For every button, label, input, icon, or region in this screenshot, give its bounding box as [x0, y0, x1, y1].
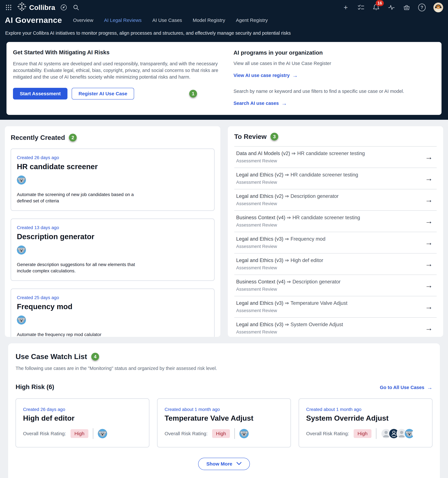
review-row[interactable]: Legal and Ethics (v2)⇒HR candidate scree… [234, 168, 437, 189]
tab-bar: Overview AI Legal Reviews AI Use Cases M… [73, 18, 268, 25]
review-subtitle: Assessment Review [236, 287, 277, 292]
page-title: AI Governance [5, 16, 62, 25]
risk-rating-label: Overall Risk Rating: [306, 431, 349, 436]
to-review-list: Data and AI Models (v2)⇒HR candidate scr… [234, 146, 437, 337]
review-row[interactable]: Legal and Ethics (v2)⇒Description genera… [234, 189, 437, 211]
hero-card: Get Started With Mitigating AI Risks Ens… [6, 42, 442, 115]
search-icon[interactable] [72, 4, 80, 11]
review-row[interactable]: Data and AI Models (v2)⇒HR candidate scr… [234, 146, 437, 168]
start-assessment-button[interactable]: Start Assessment [13, 88, 67, 100]
koala-avatar-icon [98, 429, 107, 438]
koala-avatar-icon [17, 176, 208, 185]
marketplace-basket-icon[interactable] [403, 4, 410, 11]
add-icon[interactable]: + [342, 4, 349, 11]
activity-pulse-icon[interactable] [388, 4, 395, 11]
watch-card-temperature-valve-adjust[interactable]: Created about 1 month ago Temperature Va… [157, 398, 291, 447]
review-row[interactable]: Business Context (v4)⇒Description genera… [234, 275, 437, 296]
divider [376, 428, 376, 439]
use-case-title: High def editor [23, 414, 142, 422]
review-subtitle: Assessment Review [236, 222, 277, 227]
ai-programs-line1: View all use cases in the AI Use Case Re… [233, 61, 434, 66]
review-row[interactable]: Legal and Ethics (v3)⇒High def editor As… [234, 253, 437, 275]
risk-row: Overall Risk Rating: High [23, 428, 142, 439]
double-arrow-icon: ⇒ [283, 258, 291, 263]
watch-card-system-override-adjust[interactable]: Created about 1 month ago System Overrid… [299, 398, 432, 447]
ai-governance-page: Collibra + [0, 0, 448, 478]
tab-overview[interactable]: Overview [73, 18, 93, 23]
use-case-description: Automate the frequency rep mod calulator [17, 331, 145, 337]
use-case-title: HR candidate screener [17, 162, 208, 171]
high-risk-label: High Risk (6) [16, 383, 54, 390]
recent-card-description-generator[interactable]: Created 13 days ago Description generato… [11, 219, 215, 281]
app-grid-icon[interactable] [5, 4, 12, 11]
show-more-button[interactable]: Show More [198, 458, 250, 470]
tab-ai-legal-reviews[interactable]: AI Legal Reviews [104, 18, 141, 23]
view-ai-use-case-registry-link[interactable]: View AI use case registry → [233, 72, 298, 79]
open-review-arrow-icon: → [425, 152, 435, 161]
watch-list-subtitle: The following use cases are in the "Moni… [16, 366, 432, 371]
go-to-all-use-cases-link[interactable]: Go to All Use Cases → [380, 384, 432, 391]
double-arrow-icon: ⇒ [283, 193, 291, 199]
risk-row: Overall Risk Rating: High [165, 428, 283, 439]
tasks-checklist-icon[interactable] [357, 4, 365, 11]
review-subtitle: Assessment Review [236, 180, 277, 185]
review-row[interactable]: Legal and Ethics (v3)⇒Temperature Valve … [234, 296, 437, 318]
open-review-arrow-icon: → [425, 195, 435, 204]
tab-agent-registry[interactable]: Agent Registry [236, 18, 268, 23]
use-case-title: Description generator [17, 232, 208, 241]
hero-right: AI programs in your organization View al… [233, 49, 434, 107]
review-subtitle: Assessment Review [236, 201, 277, 206]
double-arrow-icon: ⇒ [283, 322, 291, 327]
chevron-down-icon [236, 461, 242, 467]
compass-icon[interactable] [60, 4, 67, 11]
created-timestamp: Created 26 days ago [23, 407, 142, 412]
header: Collibra + [0, 0, 448, 120]
created-timestamp: Created about 1 month ago [306, 407, 425, 412]
high-risk-cards: Created 26 days ago High def editor Over… [16, 398, 432, 447]
review-row[interactable]: Legal and Ethics (v3)⇒Frequency mod Asse… [234, 232, 437, 253]
double-arrow-icon: ⇒ [283, 236, 291, 242]
review-subtitle: Assessment Review [236, 244, 277, 249]
use-case-title: System Override Adjust [306, 414, 425, 422]
recent-card-hr-candidate-screener[interactable]: Created 26 days ago HR candidate screene… [11, 149, 215, 211]
review-subtitle: Assessment Review [236, 265, 277, 270]
koala-avatar-icon [17, 245, 208, 255]
tab-model-registry[interactable]: Model Registry [193, 18, 225, 23]
open-review-arrow-icon: → [425, 324, 435, 333]
top-navigation-bar: Collibra + [0, 0, 448, 15]
created-timestamp: Created 13 days ago [17, 225, 208, 230]
notification-count-badge: 16 [376, 0, 384, 6]
recently-created-panel: Recently Created 2 Created 26 days ago H… [5, 126, 220, 337]
divider [234, 428, 235, 439]
use-case-watch-list-panel: Use Case Watch List 4 The following use … [8, 343, 440, 478]
arrow-right-icon: → [292, 72, 298, 79]
step-badge-1: 1 [189, 90, 197, 98]
open-review-arrow-icon: → [425, 217, 435, 226]
page-subtitle: Explore your Collibra AI initiatives to … [5, 31, 448, 36]
help-icon[interactable]: ? [418, 4, 426, 11]
watch-card-high-def-editor[interactable]: Created 26 days ago High def editor Over… [16, 398, 149, 447]
hero-heading: Get Started With Mitigating AI Risks [13, 49, 233, 56]
review-subtitle: Assessment Review [236, 308, 277, 313]
search-ai-use-cases-link[interactable]: Search AI use cases → [233, 100, 287, 107]
review-row[interactable]: Business Context (v4)⇒HR candidate scree… [234, 211, 437, 232]
topbar-actions: + 16 [342, 3, 443, 12]
to-review-heading: To Review 3 [234, 133, 437, 140]
double-arrow-icon: ⇒ [283, 172, 291, 178]
recent-card-frequency-mod[interactable]: Created 25 days ago Frequency mod Automa… [11, 289, 215, 337]
open-review-arrow-icon: → [425, 174, 435, 183]
double-arrow-icon: ⇒ [290, 151, 297, 156]
review-row[interactable]: Legal and Ethics (v3)⇒System Override Ad… [234, 318, 437, 337]
overflow-avatar-count: +2 [412, 429, 421, 438]
open-review-arrow-icon: → [425, 281, 435, 290]
review-subtitle: Assessment Review [236, 158, 277, 163]
main-content: Recently Created 2 Created 26 days ago H… [0, 120, 448, 478]
step-badge-2: 2 [69, 134, 77, 141]
user-avatar[interactable] [433, 3, 443, 12]
use-case-title: Frequency mod [17, 302, 208, 311]
ai-programs-heading: AI programs in your organization [233, 50, 434, 56]
register-ai-use-case-button[interactable]: Register AI Use Case [72, 88, 134, 100]
tab-ai-use-cases[interactable]: AI Use Cases [152, 18, 182, 23]
arrow-right-icon: → [427, 384, 432, 391]
risk-rating-label: Overall Risk Rating: [23, 431, 66, 436]
